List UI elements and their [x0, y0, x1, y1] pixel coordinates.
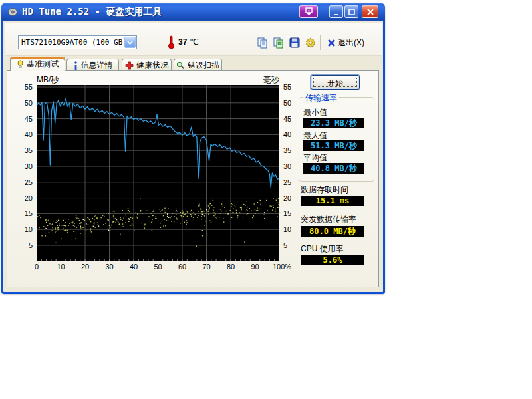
temperature-indicator: 37 ℃	[168, 35, 199, 49]
svg-text:10: 10	[25, 225, 33, 233]
drive-select[interactable]: HTS721010G9AT00 (100 GB)	[18, 35, 137, 49]
copy-icon	[257, 37, 269, 49]
transfer-rate-group-title: 传输速率	[303, 92, 339, 104]
exit-x-icon	[327, 39, 336, 47]
titlebar[interactable]: HD Tune 2.52 - 硬盘实用工具	[1, 3, 385, 21]
app-disk-icon	[7, 7, 18, 17]
avg-value: 40.8 MB/秒	[303, 163, 364, 174]
svg-text:20: 20	[81, 263, 89, 271]
window-title: HD Tune 2.52 - 硬盘实用工具	[22, 6, 162, 18]
svg-text:30: 30	[25, 162, 33, 170]
svg-text:25: 25	[283, 178, 291, 186]
svg-text:35: 35	[283, 146, 291, 154]
tab-health[interactable]: 健康状况	[122, 59, 172, 71]
close-button[interactable]	[362, 5, 378, 18]
minimize-icon	[332, 8, 340, 16]
svg-text:30: 30	[283, 162, 291, 170]
save-floppy-icon	[289, 37, 301, 49]
svg-text:20: 20	[283, 194, 291, 202]
start-button[interactable]: 开始	[311, 75, 360, 90]
bulb-icon	[17, 60, 24, 69]
cpu-usage-value: 5.6%	[301, 255, 364, 265]
svg-text:90: 90	[251, 263, 259, 271]
update-download-button[interactable]	[299, 5, 318, 18]
tab-error-scan[interactable]: 错误扫描	[174, 59, 222, 71]
maximize-button[interactable]	[344, 5, 358, 18]
svg-text:0: 0	[35, 263, 39, 271]
maximize-icon	[348, 8, 356, 16]
copy-text-button[interactable]	[255, 35, 271, 51]
tab-info-label: 信息详情	[81, 60, 113, 71]
benchmark-chart: MB/秒毫秒5510101515202025253030353540404545…	[12, 74, 298, 274]
svg-text:45: 45	[283, 115, 291, 123]
svg-text:60: 60	[178, 263, 186, 271]
access-time-value: 15.1 ms	[301, 196, 364, 206]
options-gear-icon	[305, 37, 317, 49]
cpu-usage-label: CPU 使用率	[301, 243, 344, 255]
temperature-value: 37	[178, 37, 187, 47]
svg-text:40: 40	[130, 263, 138, 271]
svg-text:45: 45	[25, 115, 33, 123]
min-label: 最小值	[303, 107, 327, 118]
svg-text:55: 55	[25, 83, 33, 91]
svg-text:MB/秒: MB/秒	[37, 75, 59, 84]
burst-rate-label: 突发数据传输率	[301, 214, 356, 225]
svg-text:30: 30	[105, 263, 113, 271]
svg-text:100%: 100%	[273, 263, 291, 271]
svg-text:40: 40	[25, 130, 33, 138]
svg-text:40: 40	[283, 130, 291, 138]
copy-image-icon	[273, 37, 285, 49]
min-value: 23.3 MB/秒	[303, 118, 364, 128]
tab-benchmark-label: 基准测试	[27, 59, 59, 70]
svg-text:50: 50	[283, 99, 291, 107]
info-icon	[73, 61, 78, 70]
scan-magnifier-icon	[176, 61, 185, 70]
avg-label: 平均值	[303, 152, 327, 164]
tab-info[interactable]: 信息详情	[66, 59, 119, 71]
start-button-label: 开始	[311, 78, 359, 89]
svg-text:35: 35	[25, 146, 33, 154]
minimize-button[interactable]	[329, 5, 343, 18]
svg-text:50: 50	[154, 263, 162, 271]
drive-select-value: HTS721010G9AT00 (100 GB)	[19, 38, 124, 47]
svg-text:15: 15	[25, 209, 33, 217]
access-time-label: 数据存取时间	[301, 184, 348, 196]
exit-label: 退出(X)	[338, 37, 364, 49]
svg-text:5: 5	[283, 241, 287, 249]
svg-text:70: 70	[202, 263, 210, 271]
svg-text:20: 20	[25, 194, 33, 202]
toolbar-separator	[320, 35, 321, 50]
thermometer-icon	[168, 35, 175, 49]
burst-rate-value: 80.0 MB/秒	[301, 226, 364, 237]
update-download-icon	[305, 7, 313, 16]
tab-benchmark[interactable]: 基准测试	[10, 57, 65, 71]
svg-text:10: 10	[57, 263, 65, 271]
svg-text:毫秒: 毫秒	[263, 75, 279, 84]
desktop: HD Tune 2.52 - 硬盘实用工具 HTS721010G9AT00 (1…	[0, 0, 532, 399]
tab-error-scan-label: 错误扫描	[188, 60, 219, 71]
svg-text:50: 50	[25, 99, 33, 107]
svg-text:5: 5	[29, 241, 33, 249]
close-icon	[366, 8, 374, 16]
copy-image-button[interactable]	[271, 35, 287, 51]
health-cross-icon	[125, 61, 134, 70]
svg-text:25: 25	[25, 178, 33, 186]
svg-text:10: 10	[283, 225, 291, 233]
tab-health-label: 健康状况	[136, 60, 168, 71]
temperature-unit: ℃	[190, 37, 198, 47]
max-value: 51.3 MB/秒	[303, 140, 364, 151]
svg-text:55: 55	[283, 83, 291, 91]
exit-button[interactable]: 退出(X)	[325, 35, 367, 51]
svg-text:15: 15	[283, 209, 291, 217]
options-button[interactable]	[303, 35, 319, 51]
save-button[interactable]	[287, 35, 303, 51]
chevron-down-icon[interactable]	[124, 37, 136, 48]
svg-text:80: 80	[227, 263, 235, 271]
